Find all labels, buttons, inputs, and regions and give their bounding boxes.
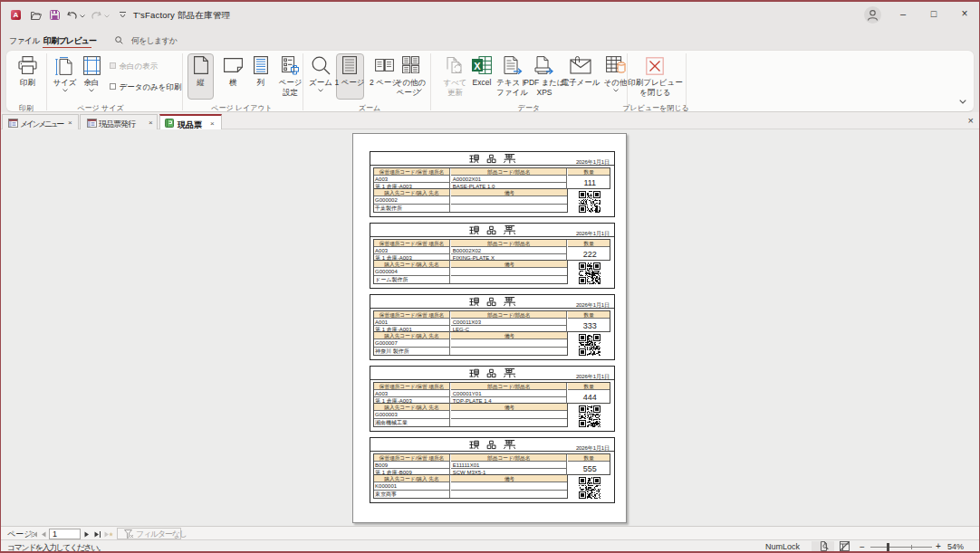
svg-text:A: A <box>14 11 19 19</box>
svg-text:X: X <box>474 61 481 72</box>
